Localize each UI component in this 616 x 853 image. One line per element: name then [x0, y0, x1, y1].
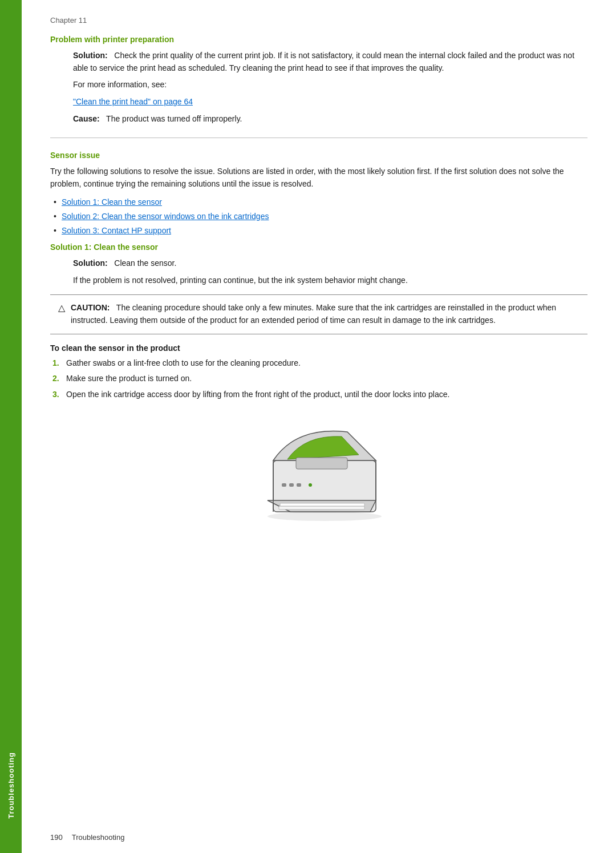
list-item[interactable]: Solution 1: Clean the sensor: [50, 196, 587, 208]
section1-solution-label: Solution:: [73, 51, 108, 60]
sidebar: Troubleshooting: [0, 0, 22, 853]
section-sensor-issue: Sensor issue Try the following solutions…: [50, 151, 587, 236]
step-item: 2. Make sure the product is turned on.: [50, 373, 587, 385]
section3-solution-block: Solution: Clean the sensor. If the probl…: [73, 257, 587, 286]
section3-solution-text: Solution: Clean the sensor.: [73, 257, 587, 270]
steps-heading: To clean the sensor in the product: [50, 343, 587, 353]
main-content: Chapter 11 Problem with printer preparat…: [22, 0, 616, 853]
section1-solution-block: Solution: Check the print quality of the…: [73, 50, 587, 125]
printer-illustration: [50, 415, 587, 540]
step-item: 1. Gather swabs or a lint-free cloth to …: [50, 357, 587, 370]
svg-rect-5: [297, 483, 301, 487]
step-item: 3. Open the ink cartridge access door by…: [50, 389, 587, 401]
section1-solution-text: Solution: Check the print quality of the…: [73, 50, 587, 74]
section-printer-preparation: Problem with printer preparation Solutio…: [50, 35, 587, 125]
list-item[interactable]: Solution 2: Clean the sensor windows on …: [50, 211, 587, 223]
steps-list: 1. Gather swabs or a lint-free cloth to …: [50, 357, 587, 401]
section2-intro: Try the following solutions to resolve t…: [50, 165, 587, 190]
section3-followup: If the problem is not resolved, printing…: [73, 274, 587, 287]
svg-point-6: [309, 483, 312, 487]
section1-for-more-info: For more information, see:: [73, 79, 587, 91]
printer-svg: [239, 415, 399, 540]
divider-1: [50, 138, 587, 138]
caution-text-block: CAUTION: The cleaning procedure should t…: [71, 302, 579, 326]
caution-box: △ CAUTION: The cleaning procedure should…: [50, 294, 587, 334]
svg-rect-4: [289, 483, 294, 487]
svg-rect-3: [282, 483, 286, 487]
steps-section: To clean the sensor in the product 1. Ga…: [50, 343, 587, 401]
section3-heading: Solution 1: Clean the sensor: [50, 242, 587, 252]
section1-heading: Problem with printer preparation: [50, 35, 587, 44]
footer-label: Troubleshooting: [72, 833, 125, 842]
section1-cause: Cause: The product was turned off improp…: [73, 113, 587, 126]
section-solution1: Solution 1: Clean the sensor Solution: C…: [50, 242, 587, 334]
svg-rect-7: [296, 458, 347, 469]
svg-rect-2: [280, 503, 364, 506]
caution-triangle-icon: △: [58, 302, 65, 313]
section2-heading: Sensor issue: [50, 151, 587, 160]
chapter-label: Chapter 11: [50, 16, 587, 25]
svg-point-10: [268, 512, 382, 521]
page-number: 190: [50, 833, 63, 842]
section2-bullet-list: Solution 1: Clean the sensor Solution 2:…: [50, 196, 587, 237]
sidebar-label: Troubleshooting: [7, 752, 15, 819]
section1-link[interactable]: "Clean the print head" on page 64: [73, 96, 587, 108]
svg-rect-1: [279, 506, 364, 510]
page-footer: 190 Troubleshooting: [50, 833, 587, 842]
list-item[interactable]: Solution 3: Contact HP support: [50, 225, 587, 237]
